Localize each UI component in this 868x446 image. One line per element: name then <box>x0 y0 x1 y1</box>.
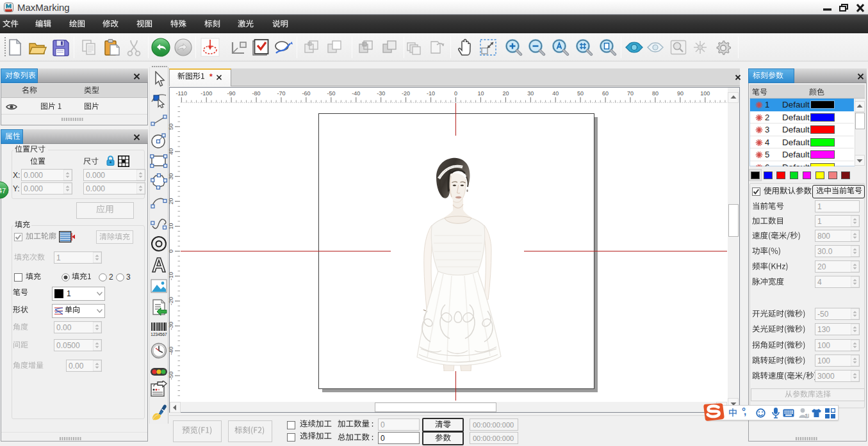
svg-text:1234567: 1234567 <box>151 332 167 337</box>
svg-text:47: 47 <box>0 187 6 195</box>
svg-text:15: 15 <box>805 413 810 418</box>
